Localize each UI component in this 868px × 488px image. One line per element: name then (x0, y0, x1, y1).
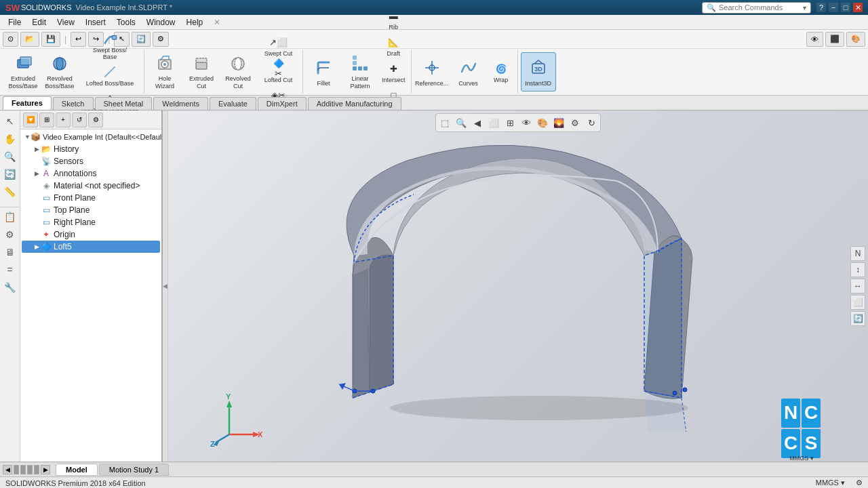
viewport[interactable]: ⬚ 🔍 ◀ ⬜ ⊞ 👁 🎨 🌄 ⚙ ↻ (168, 110, 868, 462)
vp-prev-view[interactable]: ◀ (470, 115, 485, 130)
toolbar-revolved-cut[interactable]: RevolvedCut (220, 52, 256, 92)
scroll-right[interactable]: ▶ (41, 465, 50, 474)
scroll-page3[interactable] (27, 465, 33, 474)
toolbar-wrap[interactable]: 🌀 Wrap (488, 59, 515, 85)
vp-view-settings[interactable]: ⚙ (568, 115, 583, 130)
tree-item-right-plane[interactable]: ▭ Right Plane (22, 216, 160, 228)
toolbar-curves[interactable]: Curves (451, 52, 486, 92)
help-icon[interactable]: ? (816, 3, 826, 12)
view-icon-rotate-y[interactable]: ↔ (850, 279, 865, 293)
tab-features[interactable]: Features (3, 96, 52, 110)
tab-dimxpert[interactable]: DimXpert (258, 97, 307, 110)
tree-item-sensors[interactable]: 📡 Sensors (22, 155, 160, 167)
left-icon-custom[interactable]: 🔧 (2, 279, 18, 296)
search-dropdown-icon[interactable]: ▾ (803, 4, 806, 12)
vp-display-style[interactable]: ⊞ (502, 115, 517, 130)
tree-item-origin[interactable]: ✦ Origin (22, 228, 160, 241)
menu-window[interactable]: Window (141, 16, 181, 28)
scroll-page2[interactable] (20, 465, 26, 474)
left-icon-measure[interactable]: 📏 (2, 184, 18, 200)
toolbar-reference[interactable]: Reference... (414, 52, 450, 92)
vp-zoom-area[interactable]: 🔍 (454, 115, 469, 130)
menu-view[interactable]: View (52, 16, 80, 28)
tree-refresh-btn[interactable]: ↺ (72, 113, 87, 127)
view-icon-section[interactable]: ⬜ (850, 295, 865, 310)
left-icon-zoom[interactable]: 🔍 (2, 148, 18, 165)
toolbar-intersect[interactable]: ✚ Intersect (379, 59, 408, 85)
new-button[interactable]: ⊙ (3, 32, 18, 47)
tab-sheet-metal[interactable]: Sheet Metal (95, 97, 153, 110)
menu-file[interactable]: File (3, 16, 26, 28)
render-button[interactable]: 🎨 (846, 32, 865, 47)
scroll-page1[interactable] (14, 465, 19, 474)
toolbar-draft[interactable]: 📐 Draft (379, 33, 408, 58)
left-icon-pan[interactable]: ✋ (2, 131, 18, 147)
menu-help[interactable]: Help (181, 16, 209, 28)
left-icon-equation[interactable]: = (2, 262, 18, 278)
tab-weldments[interactable]: Weldments (153, 97, 208, 110)
tree-item-front-plane[interactable]: ▭ Front Plane (22, 192, 160, 204)
units-indicator[interactable]: MMGS ▾ (816, 479, 845, 487)
toolbar-linear-pattern[interactable]: LinearPattern (342, 52, 378, 92)
vp-hide-show[interactable]: 👁 (519, 115, 534, 130)
toolbar-hole-wizard[interactable]: HoleWizard (147, 52, 182, 92)
vp-edit-appear[interactable]: 🎨 (535, 115, 550, 130)
scroll-left[interactable]: ◀ (3, 465, 12, 474)
toolbar-revolved-boss[interactable]: RevolvedBoss/Base (42, 52, 77, 92)
toolbar-extruded-cut[interactable]: ExtrudedCut (184, 52, 219, 92)
toolbar-rib[interactable]: ▬ Rib (379, 6, 408, 32)
vp-rotate[interactable]: ↻ (584, 115, 599, 130)
tree-filter-btn[interactable]: 🔽 (23, 113, 38, 127)
tree-item-loft5[interactable]: ▶ 🔷 Loft5 (22, 241, 160, 253)
bottom-tab-model[interactable]: Model (56, 464, 98, 476)
menu-insert[interactable]: Insert (80, 16, 111, 28)
scroll-page4[interactable] (34, 465, 39, 474)
display-button[interactable]: ⬛ (825, 32, 844, 47)
open-button[interactable]: 📂 (20, 32, 39, 47)
close-button[interactable]: ✕ (853, 3, 863, 12)
vp-scene[interactable]: 🌄 (551, 115, 566, 130)
toolbar-lofted-cut[interactable]: 🔷✂ Lofted Cut (257, 59, 300, 85)
tab-additive[interactable]: Additive Manufacturing (308, 97, 401, 110)
view-icon-dynamic[interactable]: 🔄 (850, 311, 865, 326)
bottom-tab-motion-study[interactable]: Motion Study 1 (99, 464, 169, 476)
tree-options-btn[interactable]: ⚙ (88, 113, 103, 127)
left-icon-rotate[interactable]: 🔄 (2, 166, 18, 182)
vp-zoom-fit[interactable]: ⬚ (437, 115, 452, 130)
minimize-button[interactable]: − (829, 3, 838, 12)
save-button[interactable]: 💾 (41, 32, 60, 47)
tree-annotations-label: Annotations (54, 169, 96, 178)
maximize-button[interactable]: □ (841, 3, 850, 12)
precision-indicator[interactable]: ⚙ (856, 479, 863, 487)
tree-item-material[interactable]: ◈ Material <not specified> (22, 180, 160, 192)
tree-root[interactable]: ▼ 📦 Video Example Int (Default<<Default< (22, 131, 160, 143)
options-button[interactable]: ⚙ (153, 32, 169, 47)
toolbar-lofted-boss[interactable]: Lofted Boss/Base (79, 62, 141, 88)
tab-evaluate[interactable]: Evaluate (210, 97, 256, 110)
vp-view-orient[interactable]: ⬜ (486, 115, 501, 130)
tree-item-history[interactable]: ▶ 📂 History (22, 143, 160, 155)
search-input[interactable] (719, 3, 800, 12)
view-icon-up[interactable]: N (850, 246, 865, 261)
toolbar-instant3d[interactable]: 3D Instant3D (521, 52, 556, 92)
left-icon-pointer[interactable]: ↖ (2, 113, 18, 129)
left-icon-config[interactable]: ⚙ (2, 226, 18, 243)
toolbar-extruded-boss[interactable]: ExtrudedBoss/Base (5, 52, 41, 92)
left-icon-display[interactable]: 🖥 (2, 244, 18, 260)
tree-config-btn[interactable]: ⊞ (39, 113, 54, 127)
toolbar-swept-boss[interactable]: Swept Boss/ Base (79, 29, 141, 62)
tab-sketch[interactable]: Sketch (53, 97, 94, 110)
menu-extra[interactable]: ✕ (208, 16, 226, 28)
tree-add-btn[interactable]: + (56, 113, 71, 127)
tree-item-top-plane[interactable]: ▭ Top Plane (22, 204, 160, 216)
view-icon-rotate-x[interactable]: ↕ (850, 262, 865, 277)
view-button[interactable]: 👁 (806, 32, 823, 47)
tree-item-annotations[interactable]: ▶ A Annotations (22, 167, 160, 180)
left-icon-property[interactable]: 📋 (2, 209, 18, 225)
panel-collapse-strip[interactable]: ◀ (163, 110, 168, 462)
toolbar-swept-cut[interactable]: ↗⬜ Swept Cut (257, 33, 300, 58)
menu-tools[interactable]: Tools (111, 16, 141, 28)
menu-edit[interactable]: Edit (26, 16, 52, 28)
toolbar-fillet[interactable]: Fillet (306, 52, 341, 92)
tab-bar: Features Sketch Sheet Metal Weldments Ev… (0, 96, 868, 110)
